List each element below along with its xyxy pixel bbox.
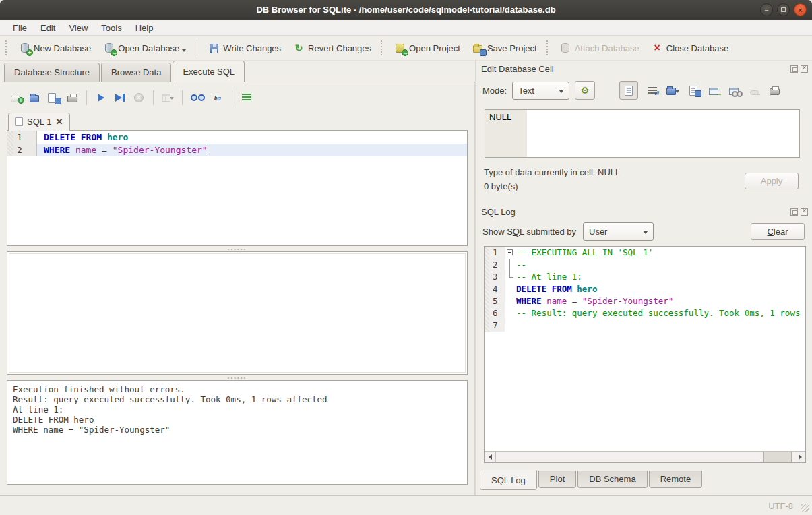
sql-token: -- At line 1: <box>516 272 582 282</box>
tab-database-structure[interactable]: Database Structure <box>4 63 100 82</box>
sql-token: -- EXECUTING ALL IN 'SQL 1' <box>516 247 653 258</box>
sql-token: -- <box>516 260 526 270</box>
format-icon <box>242 94 251 102</box>
tab-db-schema[interactable]: DB Schema <box>577 471 647 488</box>
open-external-button[interactable] <box>728 86 740 95</box>
save-project-button[interactable]: Save Project <box>467 39 542 57</box>
open-database-dropdown-icon[interactable] <box>182 49 186 52</box>
edit-cell-dock-title: Edit Database Cell <box>476 61 812 75</box>
import-dropdown-icon[interactable] <box>675 90 679 93</box>
open-database-button[interactable]: → Open Database <box>98 39 191 57</box>
green-arrow-icon: → <box>715 90 722 96</box>
save-project-icon <box>472 42 484 54</box>
save-sql-file-button[interactable] <box>47 93 59 103</box>
clear-button[interactable]: Clear <box>751 223 805 240</box>
format-sql-button[interactable] <box>241 94 253 102</box>
status-line: Execution finished without errors. <box>13 384 462 394</box>
find-button[interactable] <box>191 94 205 101</box>
find-replace-button[interactable]: ba <box>212 94 224 102</box>
scroll-left-button[interactable] <box>485 452 496 462</box>
open-database-icon: → <box>103 42 115 54</box>
minimize-button[interactable]: − <box>760 3 773 16</box>
fold-column[interactable] <box>505 247 516 259</box>
line-number: 5 <box>489 295 498 307</box>
titlebar[interactable]: − × DB Browser for SQLite - /home/user/c… <box>0 0 812 20</box>
editor-code[interactable]: WHERE name = "Spider-Youngster" <box>37 144 467 156</box>
sql-doc-tab[interactable]: SQL 1 ✕ <box>8 113 70 131</box>
toolbar-separator <box>153 90 154 105</box>
sql-log-view[interactable]: 1 -- EXECUTING ALL IN 'SQL 1' 2 -- 3 -- … <box>484 246 806 463</box>
sql-token: -- Result: query executed successfully. … <box>516 308 805 318</box>
encoding-indicator[interactable]: UTF-8 <box>768 501 793 511</box>
text-mode-button[interactable] <box>619 81 638 100</box>
execute-current-line-button[interactable] <box>114 94 126 102</box>
dock-close-icon[interactable] <box>801 65 808 73</box>
import-file-button[interactable] <box>666 86 679 95</box>
fold-column <box>505 295 516 307</box>
word-wrap-icon <box>648 87 657 94</box>
maximize-button[interactable] <box>777 3 790 16</box>
execution-status-log[interactable]: Execution finished without errors. Resul… <box>7 380 468 485</box>
revert-changes-button[interactable]: ↻ Revert Changes <box>288 39 377 57</box>
splitter-handle[interactable]: •••••• <box>7 375 468 380</box>
toolbar-drag-handle[interactable] <box>5 40 9 55</box>
line-number: 4 <box>489 283 498 295</box>
dock-close-icon[interactable] <box>801 208 808 216</box>
mode-select[interactable]: Text <box>512 82 569 100</box>
print-button[interactable] <box>66 93 78 102</box>
editor-code[interactable]: DELETE FROM hero <box>37 131 467 144</box>
resize-grip[interactable] <box>801 504 809 512</box>
sql-token: DELETE FROM <box>44 132 107 142</box>
menu-help[interactable]: Help <box>129 22 160 34</box>
menu-file[interactable]: File <box>7 22 33 34</box>
print-cell-button[interactable] <box>768 86 780 95</box>
apply-export-button[interactable]: → <box>708 86 720 95</box>
write-changes-button[interactable]: Write Changes <box>203 39 286 57</box>
execute-all-button[interactable] <box>95 94 107 102</box>
dock-float-icon[interactable] <box>790 208 798 216</box>
results-table[interactable] <box>7 251 468 375</box>
sql-doc-tab-label: SQL 1 <box>27 117 51 127</box>
scrollbar-track[interactable] <box>496 452 794 462</box>
new-sql-tab-button[interactable]: + <box>9 93 22 102</box>
window-controls: − × <box>760 3 807 16</box>
editor-line: 1 DELETE FROM hero <box>7 131 467 144</box>
new-database-button[interactable]: + New Database <box>13 39 96 57</box>
filter-label: Show SQL submitted by <box>482 226 576 237</box>
auto-switch-mode-button[interactable]: ⚙ <box>575 81 595 100</box>
fold-collapse-icon[interactable] <box>507 249 513 255</box>
cell-info-row: Type of data currently in cell: NULL 0 b… <box>476 158 812 195</box>
word-wrap-button[interactable] <box>646 87 658 94</box>
scrollbar-thumb[interactable] <box>763 452 792 462</box>
tab-plot[interactable]: Plot <box>538 471 576 488</box>
tab-sql-log[interactable]: SQL Log <box>480 470 537 490</box>
submitted-by-select[interactable]: User <box>583 222 654 241</box>
gear-icon: ⚙ <box>581 86 590 95</box>
mode-value: Text <box>518 86 534 96</box>
log-line: 3 -- At line 1: <box>485 271 805 283</box>
scroll-right-button[interactable] <box>794 452 805 462</box>
export-file-button[interactable] <box>687 86 699 96</box>
close-button[interactable]: × <box>794 3 807 16</box>
chevron-down-icon <box>643 231 648 234</box>
open-sql-file-button[interactable] <box>28 93 40 102</box>
menu-view[interactable]: View <box>63 22 94 34</box>
cell-value-editor[interactable]: NULL <box>485 109 800 158</box>
toolbar-drag-handle[interactable] <box>546 40 551 55</box>
menu-edit[interactable]: Edit <box>34 22 61 34</box>
open-project-button[interactable]: → Open Project <box>389 39 466 57</box>
line-number: 3 <box>489 271 498 283</box>
tab-close-icon[interactable]: ✕ <box>55 117 63 126</box>
menu-tools[interactable]: Tools <box>95 22 127 34</box>
splitter-handle[interactable]: •••••• <box>7 246 468 251</box>
close-database-button[interactable]: × Close Database <box>646 39 735 57</box>
dock-float-icon[interactable] <box>790 65 798 73</box>
tab-remote[interactable]: Remote <box>649 471 703 488</box>
horizontal-scrollbar[interactable] <box>485 451 805 462</box>
save-results-dropdown-icon <box>170 97 174 100</box>
tab-browse-data[interactable]: Browse Data <box>101 63 171 82</box>
toolbar-drag-handle[interactable] <box>381 40 385 55</box>
open-file-icon <box>30 95 39 102</box>
sql-editor[interactable]: 1 DELETE FROM hero 2 WHERE name = "Spide… <box>7 130 468 246</box>
tab-execute-sql[interactable]: Execute SQL <box>173 61 245 82</box>
